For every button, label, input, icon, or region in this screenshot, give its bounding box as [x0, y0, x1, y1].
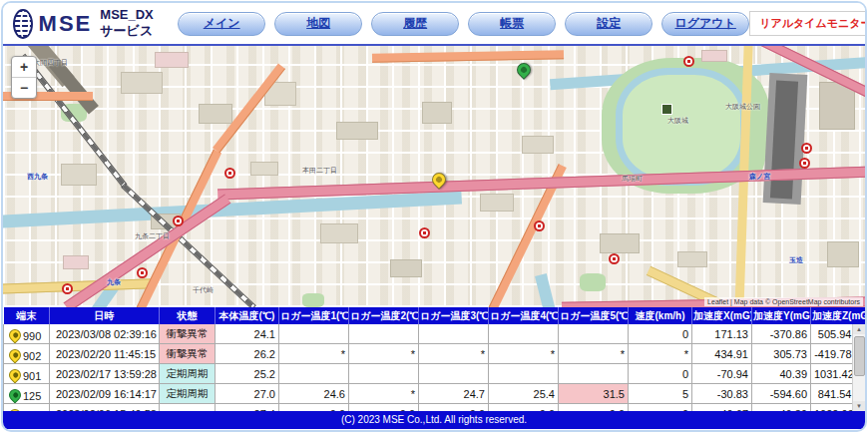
building	[522, 136, 554, 154]
map-label: 九条	[107, 277, 121, 287]
t5-cell	[559, 324, 629, 344]
scroll-down-arrow[interactable]: ▼	[853, 401, 865, 411]
main-nav: メイン 地図 履歴 帳票 設定 ログアウト	[178, 12, 749, 36]
table-row[interactable]: 1252023/02/09 16:14:17定期周期27.024.6*24.72…	[4, 384, 866, 404]
page: MSE MSE_DXサービス メイン 地図 履歴 帳票 設定 ログアウト リアル…	[1, 1, 867, 432]
terminal-cell: 990	[4, 324, 50, 344]
t3-cell: 0.0	[419, 404, 489, 412]
green-pin-marker[interactable]	[517, 63, 531, 81]
scroll-thumb[interactable]	[854, 336, 865, 376]
status-cell: 衝撃異常	[160, 344, 216, 364]
park	[580, 273, 606, 291]
speed-cell: 0	[629, 364, 692, 384]
building	[480, 194, 514, 212]
station-icon	[173, 216, 184, 226]
yellow-pin-icon	[7, 367, 24, 384]
status-cell: 衝撃異常	[160, 324, 216, 344]
building	[336, 122, 378, 140]
ay-cell: -370.86	[752, 324, 811, 344]
table-row[interactable]: 9012023/02/17 13:59:28定期周期25.20-70.9440.…	[4, 364, 866, 384]
ax-cell: -70.94	[692, 364, 752, 384]
datetime-cell: 2023/02/06 15:49:58	[50, 404, 160, 412]
col-logger-temp2: ロガー温度2(℃)	[349, 307, 419, 324]
yellow-pin-icon	[429, 170, 449, 190]
building	[390, 259, 422, 277]
body_temp-cell: 27.0	[216, 384, 279, 404]
t3-cell	[419, 364, 489, 384]
nav-button-report[interactable]: 帳票	[468, 12, 556, 36]
zoom-in-button[interactable]: +	[12, 57, 36, 78]
t3-cell: *	[419, 344, 489, 364]
station-icon	[534, 220, 545, 231]
col-logger-temp1: ロガー温度1(℃)	[279, 307, 349, 324]
status-cell	[160, 404, 216, 412]
t5-cell: *	[559, 344, 629, 364]
map-attribution[interactable]: Leaflet | Map data © OpenStreetMap contr…	[704, 297, 863, 306]
zoom-out-button[interactable]: −	[12, 78, 36, 98]
terminal-number: 125	[23, 391, 41, 402]
building	[827, 241, 859, 267]
terminal-number: 990	[23, 331, 41, 342]
t2-cell: *	[349, 344, 419, 364]
station-icon	[801, 143, 812, 154]
t1-cell: 0.0	[279, 404, 349, 412]
t4-cell	[489, 324, 559, 344]
map-zoom-control: + −	[11, 56, 37, 99]
map-label: 馬場町	[622, 174, 643, 184]
nav-button-map[interactable]: 地図	[274, 12, 362, 36]
table-row[interactable]: 2023/02/06 15:49:5827.40.00.00.00.00.004…	[4, 404, 866, 412]
t4-cell: 0.0	[489, 404, 559, 412]
terminal-cell: 901	[4, 364, 50, 384]
table-row[interactable]: 9022023/02/20 11:45:15衝撃異常26.2******434.…	[4, 344, 866, 364]
ax-cell: 434.91	[692, 344, 752, 364]
col-datetime: 日時	[50, 307, 160, 324]
terminal-number: 902	[23, 351, 41, 362]
terminal-cell: 902	[4, 344, 50, 364]
map-label: 本田二丁目	[302, 166, 337, 176]
map-label: 玉造	[789, 255, 803, 265]
map-label: 大阪城	[667, 116, 688, 126]
t4-cell: 25.4	[489, 384, 559, 404]
station-icon	[62, 283, 73, 294]
yellow-pin-icon	[7, 347, 24, 364]
copyright-text: (C) 2023 MSE Co.,Ltd. All rights reserve…	[341, 414, 527, 425]
t5-cell	[559, 364, 629, 384]
map[interactable]: + − Leaflet | Map data © OpenStreetMap c…	[3, 44, 865, 307]
terminal-number: 901	[23, 371, 41, 382]
speed-cell: 5	[629, 384, 692, 404]
realtime-monitor-toggle[interactable]: リアルタイムモニターON	[749, 11, 867, 36]
col-logger-temp3: ロガー温度3(℃)	[419, 307, 489, 324]
station-icon	[799, 158, 810, 169]
col-terminal: 端末	[4, 307, 50, 324]
nav-button-settings[interactable]: 設定	[565, 12, 652, 36]
table-scrollbar[interactable]: ▲ ▼	[852, 324, 865, 411]
nav-button-history[interactable]: 履歴	[371, 12, 459, 36]
yellow-pin-icon	[7, 407, 24, 411]
map-label: 森ノ宮	[749, 172, 770, 182]
device-table: 端末 日時 状態 本体温度(℃) ロガー温度1(℃) ロガー温度2(℃) ロガー…	[3, 307, 865, 411]
ay-cell: 46.39	[752, 404, 811, 412]
logo-text: MSE	[39, 11, 93, 37]
map-label: 大開四丁目	[33, 58, 68, 68]
map-label: 西九条	[27, 172, 48, 182]
col-accel-y: 加速度Y(mG)	[752, 307, 811, 324]
t1-cell: 24.6	[279, 384, 349, 404]
nav-button-logout[interactable]: ログアウト	[661, 12, 749, 36]
yellow-pin-icon	[7, 327, 24, 344]
building	[155, 52, 189, 68]
col-body-temp: 本体温度(℃)	[216, 307, 279, 324]
table-body: 9902023/03/08 02:39:16衝撃異常24.10171.13-37…	[4, 324, 866, 411]
table-row[interactable]: 9902023/03/08 02:39:16衝撃異常24.10171.13-37…	[4, 324, 866, 344]
body_temp-cell: 24.1	[216, 324, 279, 344]
building	[600, 233, 640, 253]
scroll-up-arrow[interactable]: ▲	[853, 324, 865, 334]
t3-cell: 24.7	[419, 384, 489, 404]
table-header-row: 端末 日時 状態 本体温度(℃) ロガー温度1(℃) ロガー温度2(℃) ロガー…	[4, 307, 866, 324]
building	[61, 164, 97, 186]
station-icon	[683, 56, 694, 67]
station-icon	[609, 253, 620, 264]
yellow-pin-marker[interactable]	[432, 173, 446, 191]
datetime-cell: 2023/02/09 16:14:17	[50, 384, 160, 404]
nav-button-main[interactable]: メイン	[178, 12, 265, 36]
body_temp-cell: 27.4	[216, 404, 279, 412]
